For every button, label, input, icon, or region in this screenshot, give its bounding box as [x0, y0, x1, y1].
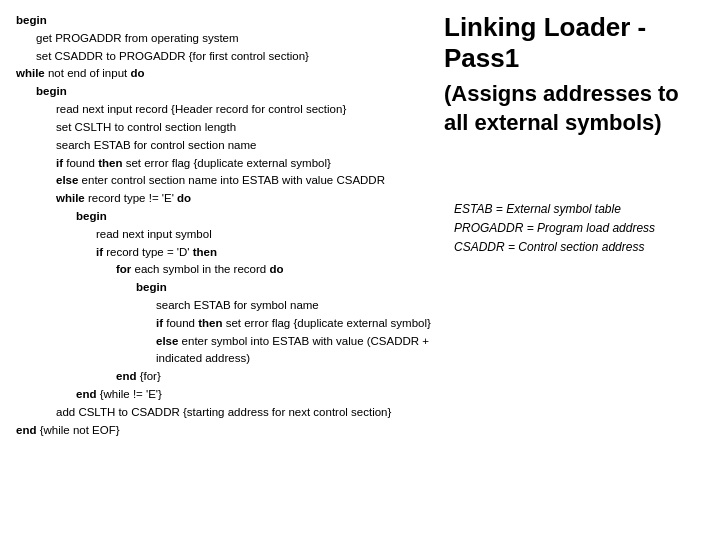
code-line-22: add CSLTH to CSADDR {starting address fo…: [16, 404, 436, 422]
code-line-10: else enter control section name into EST…: [16, 172, 436, 190]
code-line-18: if found then set error flag {duplicate …: [16, 315, 436, 333]
code-line-21: end {while != 'E'}: [16, 386, 436, 404]
code-line-15: for each symbol in the record do: [16, 261, 436, 279]
code-line-14: if record type = 'D' then: [16, 244, 436, 262]
side-notes: ESTAB = External symbol table PROGADDR =…: [454, 200, 704, 258]
code-panel: begin get PROGADDR from operating system…: [16, 12, 436, 440]
note-line-2: PROGADDR = Program load address: [454, 219, 704, 238]
code-line-6: read next input record {Header record fo…: [16, 101, 436, 119]
page-subtitle: (Assigns addresses to all external symbo…: [444, 80, 704, 137]
main-container: Linking Loader - Pass1 (Assigns addresse…: [0, 0, 720, 540]
note-line-3: CSADDR = Control section address: [454, 238, 704, 257]
code-line-7: set CSLTH to control section length: [16, 119, 436, 137]
code-line-4: while not end of input do: [16, 65, 436, 83]
code-line-12: begin: [16, 208, 436, 226]
code-line-20: end {for}: [16, 368, 436, 386]
code-line-9: if found then set error flag {duplicate …: [16, 155, 436, 173]
code-line-19: else enter symbol into ESTAB with value …: [16, 333, 436, 369]
code-line-2: get PROGADDR from operating system: [16, 30, 436, 48]
page-title: Linking Loader - Pass1: [444, 12, 704, 74]
code-line-1: begin: [16, 12, 436, 30]
code-line-11: while record type != 'E' do: [16, 190, 436, 208]
code-line-23: end {while not EOF}: [16, 422, 436, 440]
right-panel: Linking Loader - Pass1 (Assigns addresse…: [444, 12, 704, 138]
note-line-1: ESTAB = External symbol table: [454, 200, 704, 219]
code-line-13: read next input symbol: [16, 226, 436, 244]
code-line-17: search ESTAB for symbol name: [16, 297, 436, 315]
code-line-16: begin: [16, 279, 436, 297]
code-line-8: search ESTAB for control section name: [16, 137, 436, 155]
code-line-3: set CSADDR to PROGADDR {for first contro…: [16, 48, 436, 66]
code-line-5: begin: [16, 83, 436, 101]
